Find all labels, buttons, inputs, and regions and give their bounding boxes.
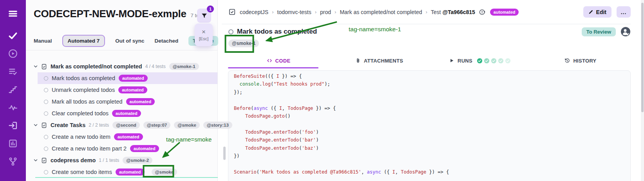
breadcrumb-separator: › xyxy=(315,9,317,15)
esc-hint: [Esc] xyxy=(199,36,208,41)
tab-attachments[interactable]: ATTACHMENTS xyxy=(329,54,429,67)
test-label: Mark all todos as completed xyxy=(52,99,123,105)
steps-icon[interactable] xyxy=(7,84,19,95)
chevron-down-icon[interactable] xyxy=(33,64,38,69)
test-actions: Edit ... xyxy=(583,6,631,18)
paperclip-icon xyxy=(355,57,361,64)
project-header: CODECEPT-NEW-MODE-exmple 7 tests xyxy=(34,8,206,20)
suite-row[interactable]: Create Tasks2 / 2 tests@second@step:07@s… xyxy=(26,119,217,131)
tab-code[interactable]: CODE xyxy=(228,54,329,67)
funnel-icon xyxy=(201,13,208,19)
code-line: TodosPage.enterTodo('foo') xyxy=(234,128,630,136)
tab-automated-7[interactable]: Automated 7 xyxy=(62,35,105,47)
automated-badge: automated xyxy=(126,98,155,105)
check-circle-icon xyxy=(477,58,483,64)
check-circle-icon xyxy=(505,58,511,64)
status-badge[interactable]: To Review xyxy=(582,27,616,36)
test-row[interactable]: Unmark completed todosautomated xyxy=(26,84,217,96)
tab-label: HISTORY xyxy=(573,58,596,64)
more-actions-button[interactable]: ... xyxy=(617,6,631,18)
code-line: }); xyxy=(234,88,630,96)
code-line xyxy=(234,120,630,128)
test-row[interactable]: Create some todo itemsautomated@smoke xyxy=(26,166,217,178)
close-icon[interactable]: × xyxy=(202,29,206,35)
tab-out-of-sync[interactable]: Out of sync xyxy=(115,38,144,44)
code-line: Before(async ({ I, TodosPage }) => { xyxy=(234,104,630,112)
test-detail-panel: codeceptJS›todomvc-tests›prod›Mark as co… xyxy=(222,0,644,181)
code-line: TodosPage.enterTodo('bar') xyxy=(234,136,630,144)
breadcrumb-item[interactable]: Mark as completed/not completed xyxy=(340,9,422,15)
doc-check-icon xyxy=(41,63,47,70)
menu-icon[interactable] xyxy=(7,8,19,20)
filter-count-badge: 1 xyxy=(207,5,214,13)
tab-label: RUNS xyxy=(458,58,472,64)
sign-in-icon[interactable] xyxy=(7,120,19,131)
circle-icon xyxy=(44,111,48,116)
play-circle-icon[interactable] xyxy=(7,48,19,59)
test-label-text: Test xyxy=(431,9,443,15)
test-row[interactable]: Mark todos as completedautomated xyxy=(38,72,217,84)
tag-badge: @smoke-2 xyxy=(123,157,152,164)
tab-runs[interactable]: RUNS xyxy=(429,54,530,67)
test-label: Create a new todo item part 2 xyxy=(52,145,127,152)
code-line: }) xyxy=(234,152,630,160)
filter-popup: × [Esc] xyxy=(195,23,213,46)
test-row[interactable]: Clear completed todosautomated xyxy=(26,108,217,119)
tab-history[interactable]: HISTORY xyxy=(530,54,631,67)
test-row[interactable]: Create a new todo item part 2automated xyxy=(26,143,217,154)
circle-icon xyxy=(228,29,233,34)
circle-icon xyxy=(44,147,48,151)
tab-manual[interactable]: Manual xyxy=(34,38,52,44)
breadcrumb-item[interactable]: todomvc-tests xyxy=(277,9,311,15)
filter-button[interactable]: 1 xyxy=(197,9,211,23)
breadcrumb-item[interactable]: codeceptJS xyxy=(240,9,268,15)
run-status-checks xyxy=(477,58,511,64)
edit-button[interactable]: Edit xyxy=(583,6,611,18)
code-line: BeforeSuite(({ I }) => { xyxy=(234,72,630,80)
tab-detached[interactable]: Detached xyxy=(155,38,179,44)
assignee-avatar[interactable] xyxy=(620,27,631,37)
test-state-tabs: ManualAutomated 7Out of syncDetachedTo R… xyxy=(34,34,218,47)
suite-row[interactable]: codepress demo1 / 1 tests@smoke-2 xyxy=(26,154,217,166)
suite-meta: 2 / 2 tests xyxy=(89,122,109,128)
automated-badge: automated xyxy=(490,9,519,16)
branch-icon[interactable] xyxy=(7,156,19,167)
list-check-icon[interactable] xyxy=(7,66,19,77)
tag-badge: @story:13 xyxy=(203,122,232,129)
breadcrumb-item-test[interactable]: Test @Ta966c815 xyxy=(431,9,475,15)
sync-status-icon[interactable] xyxy=(479,9,486,16)
test-row[interactable]: Mark all todos as completedautomated xyxy=(26,96,217,108)
tab-label: CODE xyxy=(275,58,291,64)
circle-icon xyxy=(44,135,48,139)
chevron-down-icon[interactable] xyxy=(33,122,38,128)
suite-meta: 1 / 1 tests xyxy=(99,158,119,163)
code-line xyxy=(234,160,630,168)
check-icon[interactable] xyxy=(7,30,19,41)
check-circle-icon xyxy=(491,58,497,64)
circle-icon xyxy=(44,76,48,81)
suite-label: codepress demo xyxy=(51,157,96,163)
pulse-icon[interactable] xyxy=(7,102,19,113)
test-label: Unmark completed todos xyxy=(52,87,115,93)
automated-badge: automated xyxy=(114,133,143,140)
code-block: BeforeSuite(({ I }) => { console.log("Te… xyxy=(228,70,631,181)
automated-badge: automated xyxy=(112,110,141,117)
bar-chart-icon[interactable] xyxy=(7,138,19,149)
check-circle-icon xyxy=(498,58,504,64)
panel-scrollbar-thumb[interactable] xyxy=(223,147,226,160)
chevron-down-icon[interactable] xyxy=(33,158,38,163)
app-sidebar xyxy=(0,0,26,181)
tag-badge: @smoke-1 xyxy=(169,63,199,70)
page-scrollbar-thumb[interactable] xyxy=(641,3,644,112)
tag-badge: @step:07 xyxy=(143,122,170,129)
breadcrumb-item[interactable]: prod xyxy=(320,9,331,15)
test-tags-row: @smoke-1 xyxy=(228,39,259,47)
test-label: Mark todos as completed xyxy=(52,75,115,81)
code-line: TodosPage.enterTodo('baz') xyxy=(234,144,630,152)
history-icon xyxy=(564,57,570,64)
automated-badge: automated xyxy=(118,86,147,93)
doc-check-icon xyxy=(41,157,47,164)
tag-badge: @smoke xyxy=(174,122,200,129)
suite-row[interactable]: Mark as completed/not completed4 / 4 tes… xyxy=(26,61,217,72)
project-title: CODECEPT-NEW-MODE-exmple xyxy=(34,8,186,20)
